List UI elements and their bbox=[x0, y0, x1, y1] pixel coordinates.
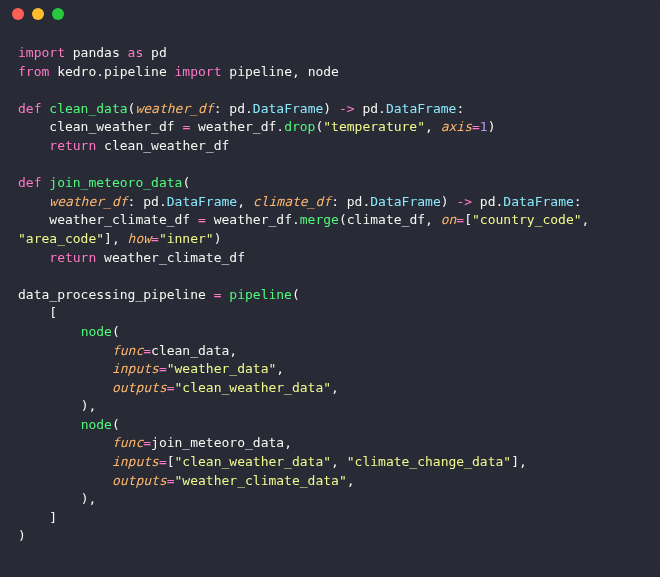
paren-open: ( bbox=[112, 324, 120, 339]
comma: , bbox=[88, 491, 96, 506]
comma: , bbox=[331, 454, 339, 469]
comma: , bbox=[347, 473, 355, 488]
code-area[interactable]: import pandas as pd from kedro.pipeline … bbox=[0, 28, 660, 564]
import-pipeline: pipeline bbox=[229, 64, 292, 79]
var-climate-df: climate_df bbox=[347, 212, 425, 227]
colon: : bbox=[214, 101, 222, 116]
var-weather-df: weather_df bbox=[198, 119, 276, 134]
str-inner: "inner" bbox=[159, 231, 214, 246]
bracket-open: [ bbox=[167, 454, 175, 469]
comma: , bbox=[292, 64, 300, 79]
bracket-close: ] bbox=[511, 454, 519, 469]
equals: = bbox=[159, 454, 167, 469]
type-pd: pd bbox=[362, 101, 378, 116]
paren-close: ) bbox=[323, 101, 331, 116]
equals: = bbox=[198, 212, 206, 227]
call-node: node bbox=[81, 324, 112, 339]
var-data-processing-pipeline: data_processing_pipeline bbox=[18, 287, 206, 302]
import-node: node bbox=[308, 64, 339, 79]
kwarg-outputs: outputs bbox=[112, 380, 167, 395]
type-pd: pd bbox=[480, 194, 496, 209]
colon: : bbox=[331, 194, 339, 209]
alias-pd: pd bbox=[151, 45, 167, 60]
equals: = bbox=[143, 435, 151, 450]
str-weather-data: "weather_data" bbox=[167, 361, 277, 376]
str-country-code: "country_code" bbox=[472, 212, 582, 227]
str-area-code: "area_code" bbox=[18, 231, 104, 246]
module-kedro-pipeline: kedro.pipeline bbox=[57, 64, 167, 79]
def-join-meteoro-data: join_meteoro_data bbox=[49, 175, 182, 190]
ref-clean-data: clean_data bbox=[151, 343, 229, 358]
equals: = bbox=[167, 473, 175, 488]
window-titlebar bbox=[0, 0, 660, 28]
bracket-open: [ bbox=[464, 212, 472, 227]
kwarg-axis: axis bbox=[441, 119, 472, 134]
var-weather-climate-df: weather_climate_df bbox=[104, 250, 245, 265]
arrow: -> bbox=[456, 194, 472, 209]
param-weather-df: weather_df bbox=[135, 101, 213, 116]
paren-open: ( bbox=[182, 175, 190, 190]
arrow: -> bbox=[339, 101, 355, 116]
type-dataframe: DataFrame bbox=[167, 194, 237, 209]
editor-window: import pandas as pd from kedro.pipeline … bbox=[0, 0, 660, 577]
type-pd: pd bbox=[229, 101, 245, 116]
call-pipeline: pipeline bbox=[229, 287, 292, 302]
comma: , bbox=[88, 398, 96, 413]
param-weather-df: weather_df bbox=[49, 194, 127, 209]
type-dataframe: DataFrame bbox=[386, 101, 456, 116]
keyword-return: return bbox=[49, 138, 96, 153]
equals: = bbox=[182, 119, 190, 134]
dot: . bbox=[292, 212, 300, 227]
paren-close: ) bbox=[18, 528, 26, 543]
type-dataframe: DataFrame bbox=[253, 101, 323, 116]
ref-join-meteoro-data: join_meteoro_data bbox=[151, 435, 284, 450]
keyword-def: def bbox=[18, 175, 41, 190]
colon: : bbox=[574, 194, 582, 209]
paren-close: ) bbox=[488, 119, 496, 134]
bracket-open: [ bbox=[49, 305, 57, 320]
paren-open: ( bbox=[292, 287, 300, 302]
maximize-window-button[interactable] bbox=[52, 8, 64, 20]
str-temperature: "temperature" bbox=[323, 119, 425, 134]
type-pd: pd bbox=[347, 194, 363, 209]
paren-open: ( bbox=[112, 417, 120, 432]
comma: , bbox=[425, 119, 433, 134]
comma: , bbox=[331, 380, 339, 395]
comma: , bbox=[112, 231, 120, 246]
comma: , bbox=[237, 194, 245, 209]
dot: . bbox=[245, 101, 253, 116]
equals: = bbox=[472, 119, 480, 134]
kwarg-how: how bbox=[128, 231, 151, 246]
dot: . bbox=[378, 101, 386, 116]
keyword-def: def bbox=[18, 101, 41, 116]
minimize-window-button[interactable] bbox=[32, 8, 44, 20]
kwarg-func: func bbox=[112, 343, 143, 358]
kwarg-inputs: inputs bbox=[112, 454, 159, 469]
equals: = bbox=[456, 212, 464, 227]
type-dataframe: DataFrame bbox=[370, 194, 440, 209]
paren-close: ) bbox=[214, 231, 222, 246]
comma: , bbox=[284, 435, 292, 450]
str-clean-weather-data: "clean_weather_data" bbox=[175, 454, 332, 469]
paren-close: ) bbox=[441, 194, 449, 209]
str-clean-weather-data: "clean_weather_data" bbox=[175, 380, 332, 395]
close-window-button[interactable] bbox=[12, 8, 24, 20]
keyword-return: return bbox=[49, 250, 96, 265]
bracket-close: ] bbox=[104, 231, 112, 246]
dot: . bbox=[159, 194, 167, 209]
equals: = bbox=[143, 343, 151, 358]
str-climate-change-data: "climate_change_data" bbox=[347, 454, 511, 469]
keyword-from: from bbox=[18, 64, 49, 79]
method-merge: merge bbox=[300, 212, 339, 227]
var-weather-df: weather_df bbox=[214, 212, 292, 227]
param-climate-df: climate_df bbox=[253, 194, 331, 209]
comma: , bbox=[582, 212, 590, 227]
colon: : bbox=[128, 194, 136, 209]
comma: , bbox=[425, 212, 433, 227]
call-node: node bbox=[81, 417, 112, 432]
var-clean-weather-df: clean_weather_df bbox=[104, 138, 229, 153]
module-pandas: pandas bbox=[73, 45, 120, 60]
bracket-close: ] bbox=[49, 510, 57, 525]
var-clean-weather-df: clean_weather_df bbox=[49, 119, 174, 134]
dot: . bbox=[276, 119, 284, 134]
